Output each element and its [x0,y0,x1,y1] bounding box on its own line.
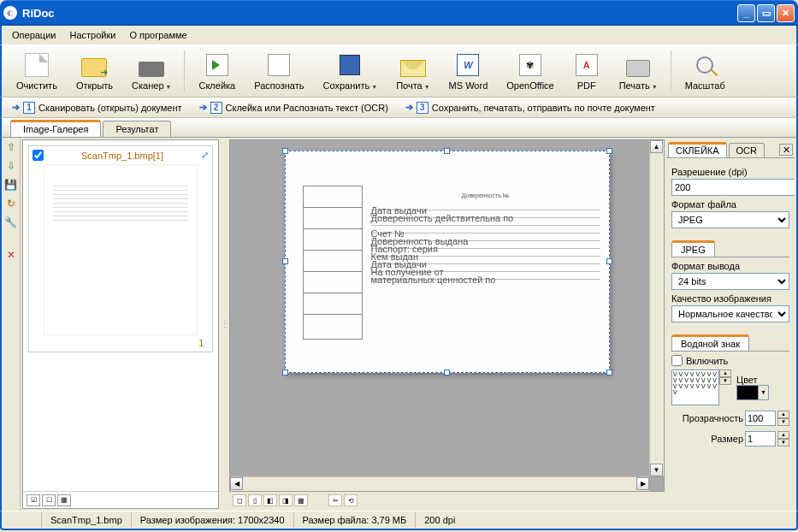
nav-down-button[interactable]: ⇩ [4,160,18,174]
resize-handle[interactable] [444,369,450,375]
tool-recognize[interactable]: Распознать [245,47,313,95]
printer-icon [626,60,650,77]
tool-openoffice[interactable]: ✾OpenOffice [497,47,563,95]
tool-scanner[interactable]: Сканер▼ [122,47,180,95]
left-toolstrip: ⇧ ⇩ 💾 ↻ 🔧 ✕ [2,138,21,511]
scroll-right-button[interactable]: ▶ [636,477,649,490]
menubar: Операции Настройки О программе [0,26,798,44]
toolbar: Очистить Открыть Сканер▼ Склейка Распозн… [0,44,798,98]
main-tabs: Image-Галерея Результат [0,118,798,137]
horizontal-scrollbar[interactable]: ◀ ▶ [230,476,649,491]
tool-zoom[interactable]: Масштаб [676,47,735,95]
close-button[interactable]: ✕ [777,4,795,22]
vertical-scrollbar[interactable]: ▲ ▼ [649,140,664,476]
rotate-button[interactable]: ↻ [4,198,18,211]
preview-canvas[interactable]: Доверенность № Дата выдачи Доверенность … [229,139,665,492]
maximize-button[interactable]: ▭ [757,4,775,22]
resize-handle[interactable] [606,258,612,264]
color-dropdown-button[interactable]: ▼ [759,385,769,400]
pdf-icon: A [576,54,598,76]
grid-view-button[interactable]: ▦ [57,494,71,506]
spin-up-button[interactable]: ▲ [777,431,789,439]
fit-width-button[interactable]: ◻ [233,494,246,506]
separator [671,50,672,92]
deselect-all-button[interactable]: ☐ [42,494,56,506]
titlebar: ◐ RiDoc _ ▭ ✕ [0,0,798,26]
magnifier-icon [696,56,713,74]
size-label: Размер [711,434,743,444]
view-mode-button[interactable]: ◨ [279,494,293,506]
watermark-enable-checkbox[interactable] [671,355,683,366]
tool-save[interactable]: Сохранить▼ [314,47,387,95]
expand-icon[interactable]: ⤢ [201,150,209,161]
resize-handle[interactable] [282,369,288,375]
tool-merge[interactable]: Склейка [189,47,245,95]
panel-close-button[interactable]: ✕ [779,144,793,156]
scroll-down-button[interactable]: ▼ [650,464,663,476]
tab-gallery[interactable]: Image-Галерея [10,120,101,137]
minimize-button[interactable]: _ [737,4,755,22]
step-1: ➔1Сканировать (открыть) документ [12,102,182,114]
thumbnail-item[interactable]: ScanTmp_1.bmp[1] ⤢ 1 [28,145,213,352]
rotate-left-button[interactable]: ⟲ [344,494,358,506]
page-selection[interactable]: Доверенность № Дата выдачи Доверенность … [285,151,610,373]
crop-button[interactable]: ✂ [328,494,342,506]
tab-ocr-settings[interactable]: OCR [729,143,765,157]
quality-label: Качество изображения [671,293,789,304]
save-icon-button[interactable]: 💾 [4,179,18,192]
tool-wrench-button[interactable]: 🔧 [4,216,18,230]
arrow-right-icon: ➔ [12,102,20,113]
spin-down-button[interactable]: ▼ [777,439,789,446]
step-2: ➔2Склейка или Распознать текст (OCR) [199,102,388,114]
view-mode-button[interactable]: ◧ [263,494,277,506]
resize-handle[interactable] [606,369,612,375]
subtab-jpeg[interactable]: JPEG [671,240,715,257]
pattern-down-button[interactable]: ▼ [719,377,731,385]
menu-settings[interactable]: Настройки [64,28,121,42]
menu-operations[interactable]: Операции [7,28,61,42]
view-mode-button[interactable]: ▦ [294,494,308,506]
thumb-checkbox[interactable] [33,150,44,161]
pattern-up-button[interactable]: ▲ [719,369,731,377]
output-select[interactable]: 24 bits [671,273,789,290]
scroll-left-button[interactable]: ◀ [230,477,243,490]
splitter[interactable]: ⋮ [221,138,228,511]
resolution-input[interactable] [671,179,795,196]
status-filesize: Размер файла: 3,79 МБ [293,512,416,528]
fit-page-button[interactable]: ▯ [248,494,262,506]
spin-down-button[interactable]: ▼ [777,418,789,426]
tool-open[interactable]: Открыть [67,47,122,95]
resize-handle[interactable] [444,148,450,154]
tab-merge-settings[interactable]: СКЛЕЙКА [668,142,727,157]
chevron-down-icon: ▼ [166,84,172,90]
thumb-number: 1 [33,339,209,348]
msword-icon: W [457,54,479,76]
delete-button[interactable]: ✕ [4,249,18,263]
watermark-enable-label: Включить [686,356,728,366]
tool-word[interactable]: WMS Word [440,47,498,95]
opacity-input[interactable] [745,411,776,426]
settings-panel: СКЛЕЙКА OCR ✕ Разрешение (dpi) … Формат … [666,139,795,509]
tool-pdf[interactable]: APDF [564,47,610,95]
resize-handle[interactable] [606,148,612,154]
statusbar: ScanTmp_1.bmp Размер изображения: 1700x2… [0,511,798,530]
tab-result[interactable]: Результат [103,121,171,137]
tool-print[interactable]: Печать▼ [610,47,667,95]
gallery-panel: ScanTmp_1.bmp[1] ⤢ 1 ☑ ☐ ▦ [22,139,219,509]
color-swatch[interactable] [736,385,759,400]
tool-mail[interactable]: Почта▼ [387,47,439,95]
format-select[interactable]: JPEG [671,211,789,228]
scroll-up-button[interactable]: ▲ [650,140,663,153]
menu-about[interactable]: О программе [124,28,192,42]
resize-handle[interactable] [282,258,288,264]
resize-handle[interactable] [282,148,288,154]
tool-clear[interactable]: Очистить [7,47,67,95]
quality-select[interactable]: Нормальное качество [671,305,789,322]
chevron-down-icon: ▼ [652,84,658,90]
size-input[interactable] [745,431,776,446]
content-area: ⇧ ⇩ 💾 ↻ 🔧 ✕ ScanTmp_1.bmp[1] ⤢ [0,137,798,511]
subtab-watermark[interactable]: Водяной знак [671,334,749,351]
nav-up-button[interactable]: ⇧ [4,141,18,155]
select-all-button[interactable]: ☑ [27,494,40,506]
spin-up-button[interactable]: ▲ [777,411,789,418]
